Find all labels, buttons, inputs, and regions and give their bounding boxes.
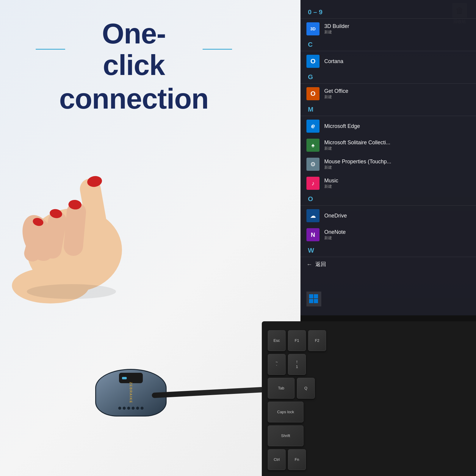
start-menu[interactable]: 0 – 9 3D 3D Builder 新建 C O Cortana: [300, 0, 476, 315]
key-ctrl[interactable]: Ctrl: [268, 449, 286, 470]
key-fn[interactable]: Fn: [288, 449, 306, 470]
windows-button[interactable]: [306, 292, 321, 306]
key-caps-lock-label: Caps lock: [277, 410, 294, 414]
laptop-area: 🗑 回收站 0 – 9 3D 3D Builder 新建: [262, 0, 476, 476]
back-label: 返回: [315, 261, 326, 268]
laptop-keyboard-area: Esc F1 F2 ~` !1: [262, 321, 476, 476]
title-accent-right: [203, 49, 232, 50]
vent-4: [132, 407, 135, 410]
title-line1: One-click: [71, 18, 196, 81]
cortana-text: Cortana: [324, 58, 343, 65]
mouse-sub: 新建: [324, 165, 391, 170]
solitaire-sub: 新建: [324, 146, 390, 151]
laptop-screen: 🗑 回收站 0 – 9 3D 3D Builder 新建: [300, 0, 476, 327]
svg-rect-12: [309, 294, 313, 298]
device-area: ZEBRAIKE: [83, 357, 178, 416]
get-office-name: Get Office: [324, 88, 348, 94]
key-f1[interactable]: F1: [288, 330, 306, 351]
keyboard-inner: Esc F1 F2 ~` !1: [268, 330, 470, 467]
music-icon: ♪: [306, 177, 320, 190]
section-o: O: [300, 193, 476, 206]
onedrive-name: OneDrive: [324, 213, 347, 219]
svg-rect-13: [314, 294, 318, 298]
onedrive-icon: ☁: [306, 209, 320, 222]
section-m: M: [300, 103, 476, 116]
section-w: W: [300, 244, 476, 257]
menu-item-onedrive[interactable]: ☁ OneDrive: [300, 206, 476, 225]
edge-name: Microsoft Edge: [324, 123, 360, 129]
solitaire-name: Microsoft Solitaire Collecti...: [324, 140, 390, 146]
3d-builder-text: 3D Builder 新建: [324, 23, 349, 35]
keyboard-row-6: Ctrl Fn: [268, 449, 470, 470]
hand-svg: [0, 95, 199, 303]
key-tab-label: Tab: [278, 386, 284, 391]
key-f2[interactable]: F2: [308, 330, 326, 351]
key-f2-label: F2: [315, 338, 319, 343]
solitaire-text: Microsoft Solitaire Collecti... 新建: [324, 140, 390, 151]
keyboard-row-1: Esc F1 F2: [268, 330, 470, 351]
hand-area: [0, 95, 199, 303]
menu-item-edge[interactable]: e Microsoft Edge: [300, 117, 476, 136]
mouse-text: Mouse Properties (Touchp... 新建: [324, 159, 391, 170]
music-text: Music 新建: [324, 178, 338, 189]
vent-5: [136, 407, 139, 410]
menu-item-get-office[interactable]: O Get Office 新建: [300, 84, 476, 103]
key-tilde[interactable]: ~`: [268, 354, 286, 375]
device-brand-label: ZEBRAIKE: [129, 382, 133, 403]
menu-item-solitaire[interactable]: ♠ Microsoft Solitaire Collecti... 新建: [300, 136, 476, 155]
onenote-name: OneNote: [324, 229, 346, 235]
device-sensor: [119, 373, 143, 383]
cortana-name: Cortana: [324, 58, 343, 65]
device-vents: [118, 407, 144, 410]
key-shift[interactable]: Shrift: [268, 425, 303, 446]
onenote-text: OneNote 新建: [324, 229, 346, 241]
key-1[interactable]: !1: [288, 354, 306, 375]
key-1-label: !1: [296, 360, 298, 369]
menu-item-3d-builder[interactable]: 3D 3D Builder 新建: [300, 19, 476, 38]
vent-6: [141, 407, 144, 410]
menu-item-cortana[interactable]: O Cortana: [300, 52, 476, 71]
3d-builder-icon: 3D: [306, 22, 320, 35]
edge-text: Microsoft Edge: [324, 123, 360, 129]
back-section[interactable]: ← 返回: [300, 258, 476, 271]
3d-builder-name: 3D Builder: [324, 23, 349, 29]
svg-rect-14: [309, 299, 313, 303]
vent-1: [118, 407, 121, 410]
menu-item-music[interactable]: ♪ Music 新建: [300, 174, 476, 193]
edge-icon: e: [306, 120, 320, 133]
key-tab[interactable]: Tab: [268, 378, 295, 399]
mouse-name: Mouse Properties (Touchp...: [324, 159, 391, 165]
menu-item-onenote[interactable]: N OneNote 新建: [300, 225, 476, 244]
back-arrow-icon: ←: [306, 261, 312, 268]
mouse-icon: ⚙: [306, 158, 320, 171]
svg-point-11: [27, 284, 116, 299]
key-q-label: Q: [304, 386, 307, 391]
music-sub: 新建: [324, 184, 338, 189]
left-content-area: One-click connection: [0, 0, 268, 476]
vent-2: [123, 407, 126, 410]
section-0-9: 0 – 9: [300, 6, 476, 19]
keyboard-row-4: Caps lock: [268, 402, 470, 422]
keyboard-row-5: Shrift: [268, 425, 470, 446]
menu-item-mouse[interactable]: ⚙ Mouse Properties (Touchp... 新建: [300, 155, 476, 174]
key-esc[interactable]: Esc: [268, 330, 286, 351]
title-accent-left: [36, 49, 65, 50]
music-name: Music: [324, 178, 338, 184]
vent-3: [127, 407, 130, 410]
keyboard-row-3: Tab Q: [268, 378, 470, 399]
key-q[interactable]: Q: [297, 378, 315, 399]
title-line-1: One-click: [36, 18, 232, 81]
get-office-icon: O: [306, 87, 320, 100]
start-menu-list: 0 – 9 3D 3D Builder 新建 C O Cortana: [300, 0, 476, 277]
laptop-screen-display: 🗑 回收站 0 – 9 3D 3D Builder 新建: [300, 0, 476, 315]
key-shift-label: Shrift: [281, 433, 290, 438]
key-caps-lock[interactable]: Caps lock: [268, 402, 303, 422]
get-office-text: Get Office 新建: [324, 88, 348, 100]
onenote-icon: N: [306, 228, 320, 241]
keyboard-row-2: ~` !1: [268, 354, 470, 375]
key-fn-label: Fn: [295, 457, 299, 462]
3d-builder-sub: 新建: [324, 29, 349, 35]
section-c: C: [300, 38, 476, 51]
key-f1-label: F1: [295, 338, 299, 343]
svg-rect-15: [314, 299, 318, 303]
